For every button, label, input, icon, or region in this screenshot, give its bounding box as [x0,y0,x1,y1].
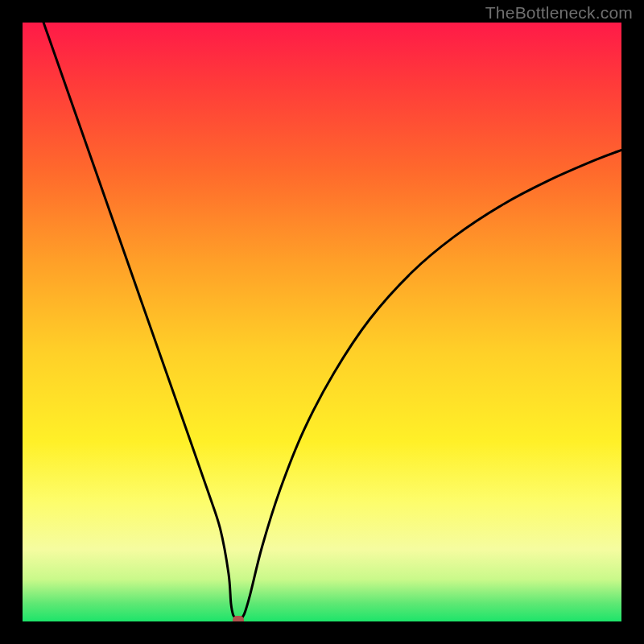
bottleneck-curve [23,23,621,621]
chart-frame: TheBottleneck.com [0,0,644,644]
optimum-marker [233,616,244,621]
plot-area [23,23,621,621]
watermark-text: TheBottleneck.com [485,3,633,23]
